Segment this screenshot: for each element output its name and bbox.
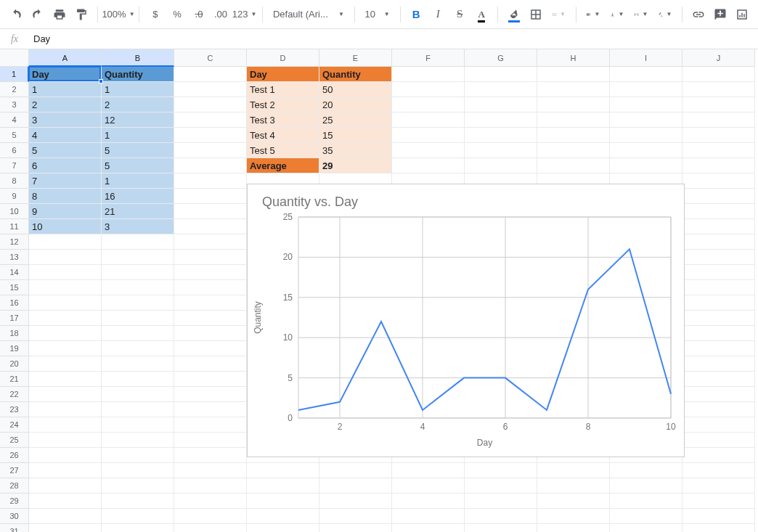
cell[interactable]: 3	[102, 219, 174, 234]
cell[interactable]	[174, 128, 247, 143]
cell[interactable]	[174, 112, 247, 128]
cell[interactable]	[102, 341, 174, 356]
row-header[interactable]: 21	[0, 372, 29, 387]
cell[interactable]: 1	[102, 128, 174, 143]
cell[interactable]	[537, 97, 610, 112]
row-header[interactable]: 20	[0, 356, 29, 372]
cell[interactable]	[29, 341, 102, 356]
cell[interactable]	[392, 494, 465, 509]
cell[interactable]	[102, 372, 174, 387]
cell[interactable]	[682, 173, 755, 189]
cell[interactable]	[682, 326, 755, 341]
cell[interactable]	[102, 463, 174, 478]
cell[interactable]: 5	[102, 158, 174, 173]
cell[interactable]	[29, 265, 102, 280]
row-header[interactable]: 8	[0, 173, 29, 189]
cell[interactable]	[174, 509, 247, 524]
text-rotation-button[interactable]: ▼	[653, 4, 676, 25]
cell[interactable]	[465, 494, 537, 509]
column-header[interactable]: C	[174, 49, 247, 67]
cell[interactable]	[537, 524, 610, 532]
row-header[interactable]: 17	[0, 311, 29, 326]
cell[interactable]	[682, 128, 755, 143]
row-header[interactable]: 12	[0, 234, 29, 250]
cell[interactable]	[102, 234, 174, 250]
cell[interactable]: 3	[29, 112, 102, 128]
cell[interactable]	[537, 82, 610, 97]
cell[interactable]	[319, 478, 392, 494]
font-dropdown[interactable]: Default (Ari...▼	[269, 4, 349, 25]
cell[interactable]	[465, 524, 537, 532]
cell[interactable]	[610, 143, 682, 158]
cell[interactable]	[682, 82, 755, 97]
cell[interactable]	[102, 387, 174, 402]
cell[interactable]	[174, 143, 247, 158]
cell[interactable]	[392, 158, 465, 173]
column-header[interactable]: B	[102, 49, 174, 67]
cell[interactable]	[682, 234, 755, 250]
cell[interactable]	[29, 524, 102, 532]
cell[interactable]	[174, 189, 247, 204]
cell[interactable]: 1	[29, 82, 102, 97]
cell[interactable]	[610, 463, 682, 478]
cell[interactable]	[102, 448, 174, 463]
cell[interactable]	[29, 433, 102, 448]
cell[interactable]	[682, 478, 755, 494]
italic-button[interactable]: I	[428, 4, 448, 25]
row-header[interactable]: 28	[0, 478, 29, 494]
cell[interactable]	[610, 509, 682, 524]
cell[interactable]	[319, 509, 392, 524]
cell[interactable]	[537, 509, 610, 524]
cell[interactable]	[247, 494, 319, 509]
cell[interactable]	[465, 143, 537, 158]
cell[interactable]	[102, 295, 174, 311]
cell[interactable]	[465, 82, 537, 97]
cell[interactable]	[174, 311, 247, 326]
cell[interactable]	[102, 265, 174, 280]
cell[interactable]	[102, 311, 174, 326]
cell[interactable]	[102, 509, 174, 524]
cell[interactable]	[174, 234, 247, 250]
cell[interactable]: 1	[102, 82, 174, 97]
cell[interactable]	[465, 463, 537, 478]
cell[interactable]	[174, 158, 247, 173]
cell[interactable]	[29, 280, 102, 295]
borders-button[interactable]	[526, 4, 546, 25]
cell[interactable]	[682, 402, 755, 417]
cell[interactable]	[174, 372, 247, 387]
cell[interactable]: 6	[29, 158, 102, 173]
cell[interactable]	[682, 219, 755, 234]
cell[interactable]: 2	[102, 97, 174, 112]
row-header[interactable]: 4	[0, 112, 29, 128]
cell[interactable]: Quantity	[319, 67, 392, 82]
insert-link-button[interactable]	[688, 4, 709, 25]
column-header[interactable]: J	[682, 49, 755, 67]
cell[interactable]	[174, 402, 247, 417]
cell[interactable]	[682, 311, 755, 326]
cell[interactable]	[29, 295, 102, 311]
cell[interactable]	[174, 341, 247, 356]
cell[interactable]	[102, 417, 174, 433]
vertical-align-button[interactable]: ▼	[606, 4, 628, 25]
cell[interactable]	[392, 97, 465, 112]
row-header[interactable]: 11	[0, 219, 29, 234]
cell[interactable]: 15	[319, 128, 392, 143]
row-header[interactable]: 3	[0, 97, 29, 112]
cell[interactable]	[682, 250, 755, 265]
insert-comment-button[interactable]	[710, 4, 730, 25]
cell[interactable]: Test 2	[247, 97, 319, 112]
cell[interactable]	[682, 494, 755, 509]
row-header[interactable]: 14	[0, 265, 29, 280]
cell[interactable]	[682, 356, 755, 372]
cell[interactable]	[537, 67, 610, 82]
cell[interactable]	[174, 417, 247, 433]
cell[interactable]	[682, 341, 755, 356]
more-formats-dropdown[interactable]: 123▼	[232, 4, 256, 25]
column-header[interactable]: D	[247, 49, 319, 67]
cell[interactable]	[465, 128, 537, 143]
cell[interactable]	[174, 494, 247, 509]
cell[interactable]: 50	[319, 82, 392, 97]
paint-format-button[interactable]	[71, 4, 91, 25]
row-header[interactable]: 25	[0, 433, 29, 448]
cell[interactable]	[682, 204, 755, 219]
